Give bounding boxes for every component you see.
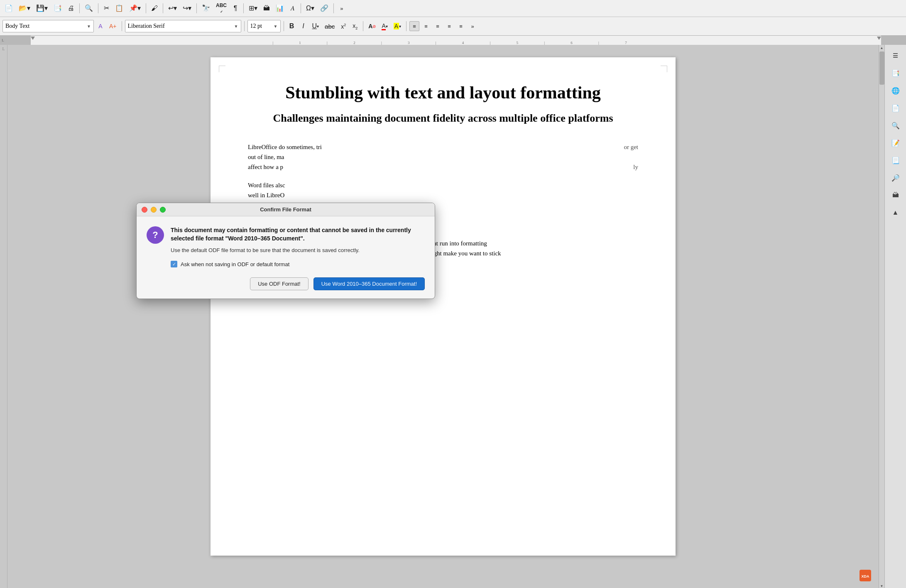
special-char-icon: Ω▾ xyxy=(306,5,314,12)
spell-check-button[interactable]: ABC✓ xyxy=(214,1,229,15)
scrollbar-arrow-down[interactable]: ▼ xyxy=(879,583,884,588)
align-block-button[interactable]: ≡ xyxy=(456,21,466,31)
xda-watermark: XDA xyxy=(859,570,871,581)
formatting-marks-button[interactable]: ¶ xyxy=(230,3,240,13)
document-page: Stumbling with text and layout formattin… xyxy=(211,57,676,556)
underline-button[interactable]: U ▾ xyxy=(310,21,321,31)
properties-button[interactable]: 🌐 xyxy=(888,83,903,98)
scrollbar-thumb[interactable] xyxy=(879,51,884,85)
subscript-button[interactable]: x2 xyxy=(350,21,360,32)
ruler-left-indent[interactable] xyxy=(31,37,35,40)
separator-f2 xyxy=(244,21,245,31)
separator-7 xyxy=(301,3,301,13)
superscript-icon: x2 xyxy=(341,23,346,30)
manage-button[interactable]: 🔎 xyxy=(888,170,903,185)
paste-button[interactable]: 📌▾ xyxy=(127,3,143,13)
align-right-button[interactable]: ≡ xyxy=(444,21,454,31)
separator-5 xyxy=(196,3,197,13)
open-button[interactable]: 📂▾ xyxy=(17,3,32,13)
navigator-button[interactable]: 📑 xyxy=(888,66,903,81)
insert-image-button[interactable]: 🏔 xyxy=(261,3,272,13)
internet-icon: 🔍 xyxy=(891,122,900,130)
italic-button[interactable]: I xyxy=(299,21,309,31)
separator-3 xyxy=(146,3,146,13)
scrollbar-arrow-up[interactable]: ▲ xyxy=(879,45,884,51)
save-button[interactable]: 💾▾ xyxy=(34,3,50,13)
insert-chart-button[interactable]: 📊 xyxy=(274,3,286,13)
font-color-button[interactable]: A ▾ xyxy=(380,21,389,32)
undo-icon: ↩▾ xyxy=(168,5,177,12)
clear-format-button[interactable]: A⊘ xyxy=(366,21,378,31)
use-word-button[interactable]: Use Word 2010–365 Document Format! xyxy=(313,277,425,290)
dialog-traffic-lights xyxy=(142,207,166,213)
highlight-button[interactable]: A ▾ xyxy=(392,21,403,31)
ask-when-saving-checkbox[interactable]: ✓ xyxy=(171,261,177,267)
dialog-main-text: This document may contain formatting or … xyxy=(171,226,425,243)
internet-button[interactable]: 🔍 xyxy=(888,118,903,133)
align-left-icon: ≡ xyxy=(424,23,428,29)
more-format-button[interactable]: » xyxy=(468,21,477,31)
align-left-button[interactable]: ≡ xyxy=(421,21,431,31)
writer-button[interactable]: 📃 xyxy=(888,153,903,168)
style-format-btn2[interactable]: A+ xyxy=(107,21,119,31)
insert-textbox-icon: 𝐴 xyxy=(291,5,295,12)
align-justify-icon: ≡ xyxy=(413,23,416,29)
bold-button[interactable]: B xyxy=(287,21,297,31)
styles-icon: ☰ xyxy=(893,52,898,59)
cut-button[interactable]: ✂ xyxy=(101,3,111,13)
traffic-light-red[interactable] xyxy=(142,207,147,213)
new-icon: 📄 xyxy=(5,5,13,12)
separator-f5 xyxy=(406,21,406,31)
export-pdf-button[interactable]: 📑 xyxy=(51,3,64,13)
svg-text:XDA: XDA xyxy=(861,574,869,578)
insert-textbox-button[interactable]: 𝐴 xyxy=(288,3,298,13)
macro-button[interactable]: 🏔 xyxy=(888,188,903,203)
find-replace-button[interactable]: 🔭 xyxy=(200,3,212,13)
redo-icon: ↪▾ xyxy=(183,5,191,12)
more-toolbar-button[interactable]: » xyxy=(337,3,347,13)
font-dropdown[interactable]: Liberation Serif ▼ xyxy=(125,20,241,32)
manage-icon: 🔎 xyxy=(891,174,900,182)
macro-icon: 🏔 xyxy=(892,191,899,199)
insert-special-char-button[interactable]: Ω▾ xyxy=(304,3,316,13)
strikethrough-icon: abc xyxy=(325,23,335,30)
traffic-light-yellow[interactable] xyxy=(151,207,157,213)
new-button[interactable]: 📄 xyxy=(2,3,15,13)
style-dropdown[interactable]: Body Text ▼ xyxy=(2,20,94,32)
style-format-icon2: A+ xyxy=(109,23,117,29)
accessibility-icon: ▲ xyxy=(892,209,899,216)
undo-button[interactable]: ↩▾ xyxy=(166,3,179,13)
align-center-button[interactable]: ≡ xyxy=(433,21,443,31)
document-area[interactable]: Stumbling with text and layout formattin… xyxy=(7,45,879,588)
insert-image-icon: 🏔 xyxy=(263,5,270,12)
insert-table-button[interactable]: ⊞▾ xyxy=(247,3,260,13)
italic-icon: I xyxy=(302,22,304,30)
use-odf-button[interactable]: Use ODF Format! xyxy=(250,277,309,290)
traffic-light-green[interactable] xyxy=(160,207,166,213)
size-dropdown[interactable]: 12 pt ▼ xyxy=(247,20,281,32)
accessibility-button[interactable]: ▲ xyxy=(888,205,903,220)
strikethrough-button[interactable]: abc xyxy=(323,21,337,31)
formatting-marks-icon: ¶ xyxy=(234,5,238,12)
redo-button[interactable]: ↪▾ xyxy=(181,3,193,13)
more-toolbar-icon: » xyxy=(340,5,343,12)
properties-icon: 🌐 xyxy=(891,87,900,95)
separator-6 xyxy=(243,3,244,13)
ruler-right-indent[interactable] xyxy=(877,37,881,40)
style-format-btn1[interactable]: A xyxy=(95,21,105,31)
styles-button[interactable]: ☰ xyxy=(888,48,903,63)
toolbar-row1: 📄 📂▾ 💾▾ 📑 🖨 🔍 ✂ 📋 📌▾ 🖌 xyxy=(0,0,906,17)
print-button[interactable]: 🖨 xyxy=(66,3,76,13)
dialog-title: Confirm File Format xyxy=(260,206,311,213)
size-dropdown-arrow: ▼ xyxy=(274,24,278,29)
corner-mark-tl xyxy=(219,66,225,72)
page-style-button[interactable]: 📝 xyxy=(888,135,903,150)
superscript-button[interactable]: x2 xyxy=(338,21,348,31)
hyperlink-button[interactable]: 🔗 xyxy=(318,3,331,13)
sidebar-left: L xyxy=(0,45,7,588)
print-preview-button[interactable]: 🔍 xyxy=(83,3,95,13)
gallery-button[interactable]: 📄 xyxy=(888,100,903,115)
align-justify-button[interactable]: ≡ xyxy=(409,21,419,31)
paint-format-button[interactable]: 🖌 xyxy=(149,3,160,13)
copy-button[interactable]: 📋 xyxy=(113,3,125,13)
